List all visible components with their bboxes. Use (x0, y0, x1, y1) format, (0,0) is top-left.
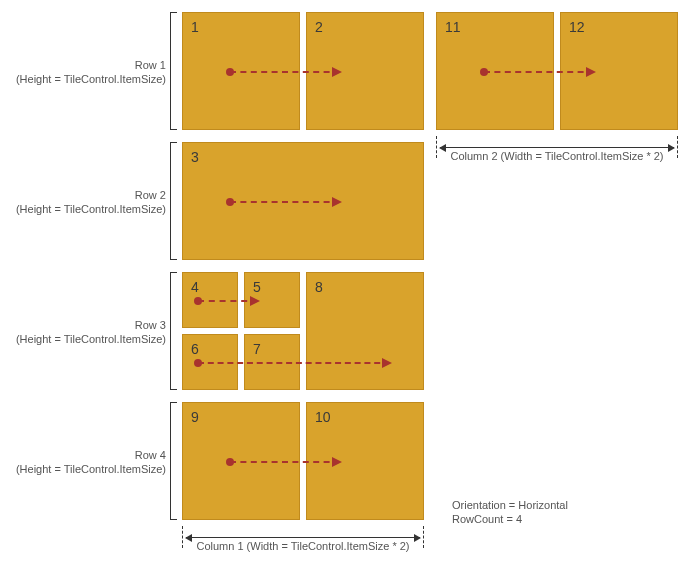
info-text: Orientation = Horizontal RowCount = 4 (452, 498, 568, 526)
flow-arrow (484, 71, 594, 73)
tile-number: 4 (191, 279, 199, 295)
tile-number: 6 (191, 341, 199, 357)
flow-arrow (198, 362, 390, 364)
tile-number: 7 (253, 341, 261, 357)
row-bracket (170, 402, 177, 520)
tile-8: 8 (306, 272, 424, 390)
row-title: Row 2 (135, 189, 166, 201)
row-sub: (Height = TileControl.ItemSize) (16, 333, 166, 345)
tile-number: 10 (315, 409, 331, 425)
tile-number: 3 (191, 149, 199, 165)
tile-number: 1 (191, 19, 199, 35)
column-dimension: Column 1 (Width = TileControl.ItemSize *… (182, 526, 424, 548)
tile-number: 2 (315, 19, 323, 35)
row-title: Row 1 (135, 59, 166, 71)
flow-arrow (230, 201, 340, 203)
row-bracket (170, 12, 177, 130)
diagram-stage: 1 2 11 12 3 4 5 6 7 8 9 10 Row 1 (Height… (0, 0, 690, 566)
row-title: Row 4 (135, 449, 166, 461)
info-line: Orientation = Horizontal (452, 499, 568, 511)
column-dimension: Column 2 (Width = TileControl.ItemSize *… (436, 136, 678, 158)
row-title: Row 3 (135, 319, 166, 331)
flow-arrow (198, 300, 258, 302)
column-label: Column 2 (Width = TileControl.ItemSize *… (436, 150, 678, 162)
row-bracket (170, 142, 177, 260)
row-sub: (Height = TileControl.ItemSize) (16, 203, 166, 215)
info-line: RowCount = 4 (452, 513, 522, 525)
row-label: Row 4 (Height = TileControl.ItemSize) (6, 448, 166, 476)
tile-number: 9 (191, 409, 199, 425)
tile-number: 8 (315, 279, 323, 295)
row-sub: (Height = TileControl.ItemSize) (16, 463, 166, 475)
row-label: Row 3 (Height = TileControl.ItemSize) (6, 318, 166, 346)
row-label: Row 2 (Height = TileControl.ItemSize) (6, 188, 166, 216)
row-label: Row 1 (Height = TileControl.ItemSize) (6, 58, 166, 86)
column-label: Column 1 (Width = TileControl.ItemSize *… (182, 540, 424, 552)
tile-number: 11 (445, 19, 461, 35)
row-bracket (170, 272, 177, 390)
flow-arrow (230, 461, 340, 463)
tile-number: 12 (569, 19, 585, 35)
row-sub: (Height = TileControl.ItemSize) (16, 73, 166, 85)
tile-number: 5 (253, 279, 261, 295)
flow-arrow (230, 71, 340, 73)
